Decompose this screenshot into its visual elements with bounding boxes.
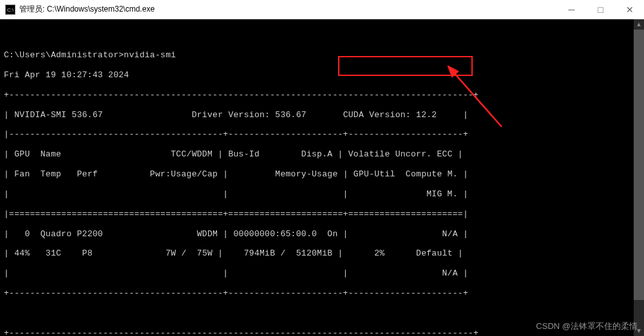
divider-gpu: |=======================================… — [4, 209, 640, 219]
scroll-thumb[interactable] — [634, 30, 644, 300]
divider-gpu-end: +---------------------------------------… — [4, 288, 640, 298]
vertical-scrollbar[interactable]: ▲ ▼ — [634, 19, 644, 336]
scroll-up-button[interactable]: ▲ — [634, 19, 644, 30]
terminal-output[interactable]: C:\Users\Administrator>nvidia-smi Fri Ap… — [0, 19, 644, 336]
divider-headers: |---------------------------------------… — [4, 129, 640, 139]
timestamp-line: Fri Apr 19 10:27:43 2024 — [4, 70, 640, 80]
window-titlebar: C:\ 管理员: C:\Windows\system32\cmd.exe ─ □… — [0, 0, 644, 19]
cuda-version: CUDA Version: 12.2 — [343, 110, 437, 120]
window-title: 管理员: C:\Windows\system32\cmd.exe — [19, 4, 155, 15]
header-row-3: | | | MIG M. | — [4, 189, 640, 199]
command-text: nvidia-smi — [124, 50, 176, 60]
scroll-track[interactable] — [634, 30, 644, 326]
prompt-text: C:\Users\Administrator> — [4, 50, 124, 60]
close-button[interactable]: ✕ — [615, 0, 644, 19]
blank-gap — [4, 308, 640, 318]
gpu-row-2: | 44% 31C P8 7W / 75W | 794MiB / 5120MiB… — [4, 248, 640, 258]
prompt-line: C:\Users\Administrator>nvidia-smi — [4, 50, 640, 60]
maximize-button[interactable]: □ — [586, 0, 615, 19]
driver-version: Driver Version: 536.67 — [192, 110, 307, 120]
nvidia-smi-version: NVIDIA-SMI 536.67 — [14, 110, 103, 120]
gpu-row-1: | 0 Quadro P2200 WDDM | 00000000:65:00.0… — [4, 229, 640, 239]
watermark-text: CSDN @法钵罩不住的柔情 — [536, 321, 638, 332]
window-controls: ─ □ ✕ — [557, 0, 644, 19]
header-row-2: | Fan Temp Perf Pwr:Usage/Cap | Memory-U… — [4, 169, 640, 179]
gpu-row-3: | | | N/A | — [4, 268, 640, 278]
divider-top: +---------------------------------------… — [4, 90, 640, 100]
minimize-button[interactable]: ─ — [557, 0, 586, 19]
header-row-1: | GPU Name TCC/WDDM | Bus-Id Disp.A | Vo… — [4, 149, 640, 159]
version-line: | NVIDIA-SMI 536.67 Driver Version: 536.… — [4, 110, 640, 120]
svg-text:C:\: C:\ — [7, 7, 14, 13]
blank-line — [4, 30, 640, 40]
cmd-icon: C:\ — [5, 5, 15, 15]
